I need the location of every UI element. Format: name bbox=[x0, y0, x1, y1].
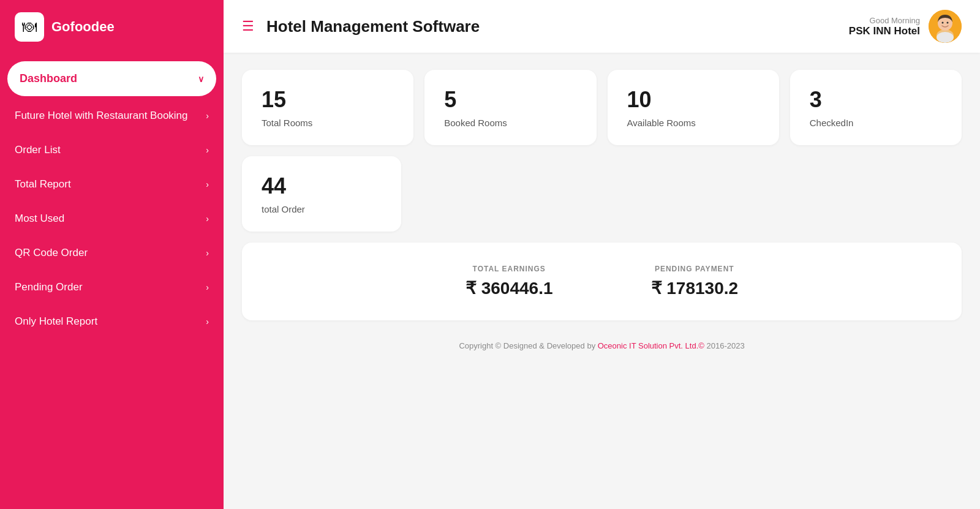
svg-point-5 bbox=[947, 22, 949, 24]
stat-number: 5 bbox=[444, 87, 576, 113]
stat-card-booked-rooms: 5 Booked Rooms bbox=[424, 70, 596, 145]
stat-number: 10 bbox=[627, 87, 760, 113]
logo-icon: 🍽 bbox=[15, 12, 44, 42]
sidebar-item-label: Dashboard bbox=[20, 72, 77, 85]
sidebar-item-label: Total Report bbox=[15, 178, 71, 190]
chevron-right-icon: › bbox=[206, 111, 209, 121]
header-user: Good Morning PSK INN Hotel bbox=[849, 10, 962, 43]
sidebar-item-label: Pending Order bbox=[15, 281, 83, 293]
stat-number: 3 bbox=[810, 87, 942, 113]
menu-icon[interactable]: ☰ bbox=[242, 20, 254, 33]
chevron-right-icon: › bbox=[206, 282, 209, 292]
stat-label: Available Rooms bbox=[627, 118, 760, 128]
sidebar-item-order-list[interactable]: Order List › bbox=[0, 133, 224, 167]
sidebar-item-most-used[interactable]: Most Used › bbox=[0, 202, 224, 236]
stat-label: Booked Rooms bbox=[444, 118, 576, 128]
logo-text: Gofoodee bbox=[51, 19, 115, 35]
sidebar-item-qr-code-order[interactable]: QR Code Order › bbox=[0, 236, 224, 270]
greeting-text: Good Morning bbox=[849, 16, 920, 25]
total-earnings-label: TOTAL EARNINGS bbox=[466, 265, 553, 273]
sidebar: 🍽 Gofoodee Dashboard ∨ Future Hotel with… bbox=[0, 0, 224, 509]
header: ☰ Hotel Management Software Good Morning… bbox=[224, 0, 980, 53]
sidebar-logo: 🍽 Gofoodee bbox=[0, 0, 224, 54]
total-earnings-block: TOTAL EARNINGS ₹ 360446.1 bbox=[466, 265, 553, 298]
main-content: ☰ Hotel Management Software Good Morning… bbox=[224, 0, 980, 509]
avatar[interactable] bbox=[929, 10, 962, 43]
stat-card-checkedin: 3 CheckedIn bbox=[790, 70, 962, 145]
sidebar-item-total-report[interactable]: Total Report › bbox=[0, 167, 224, 202]
stat-label: Total Rooms bbox=[262, 118, 394, 128]
chevron-right-icon: › bbox=[206, 248, 209, 258]
chevron-right-icon: › bbox=[206, 214, 209, 224]
stat-label: CheckedIn bbox=[810, 118, 942, 128]
sidebar-item-label: Only Hotel Report bbox=[15, 315, 97, 328]
chevron-down-icon: ∨ bbox=[198, 74, 204, 84]
svg-point-4 bbox=[942, 22, 944, 24]
sidebar-nav: Dashboard ∨ Future Hotel with Restaurant… bbox=[0, 54, 224, 509]
dashboard-content: 15 Total Rooms 5 Booked Rooms 10 Availab… bbox=[224, 53, 980, 509]
footer: Copyright © Designed & Developed by Oceo… bbox=[242, 331, 962, 355]
stat-card-total-order: 44 total Order bbox=[242, 156, 401, 232]
pending-payment-block: PENDING PAYMENT ₹ 178130.2 bbox=[651, 265, 739, 298]
sidebar-item-label: Order List bbox=[15, 144, 61, 156]
total-earnings-value: ₹ 360446.1 bbox=[466, 278, 553, 298]
sidebar-item-label: QR Code Order bbox=[15, 247, 88, 259]
stats-row: 15 Total Rooms 5 Booked Rooms 10 Availab… bbox=[242, 70, 962, 145]
stat-card-total-rooms: 15 Total Rooms bbox=[242, 70, 413, 145]
stat-number: 44 bbox=[262, 173, 382, 199]
footer-link[interactable]: Oceonic IT Solution Pvt. Ltd.© bbox=[598, 341, 704, 350]
chevron-right-icon: › bbox=[206, 179, 209, 189]
order-stat-row: 44 total Order bbox=[242, 156, 962, 232]
stat-number: 15 bbox=[262, 87, 394, 113]
footer-text: Copyright © Designed & Developed by bbox=[459, 341, 597, 350]
svg-point-2 bbox=[937, 32, 954, 43]
pending-payment-label: PENDING PAYMENT bbox=[651, 265, 739, 273]
pending-payment-value: ₹ 178130.2 bbox=[651, 278, 739, 298]
sidebar-item-pending-order[interactable]: Pending Order › bbox=[0, 270, 224, 304]
header-greeting: Good Morning PSK INN Hotel bbox=[849, 16, 920, 37]
sidebar-item-future-hotel[interactable]: Future Hotel with Restaurant Booking › bbox=[0, 99, 224, 133]
page-title: Hotel Management Software bbox=[266, 17, 849, 36]
chevron-right-icon: › bbox=[206, 317, 209, 326]
sidebar-item-only-hotel-report[interactable]: Only Hotel Report › bbox=[0, 304, 224, 339]
hotel-name: PSK INN Hotel bbox=[849, 25, 920, 37]
sidebar-item-label: Most Used bbox=[15, 213, 64, 225]
sidebar-item-label: Future Hotel with Restaurant Booking bbox=[15, 110, 188, 122]
footer-year: 2016-2023 bbox=[704, 341, 745, 350]
chevron-right-icon: › bbox=[206, 145, 209, 155]
stat-card-available-rooms: 10 Available Rooms bbox=[608, 70, 779, 145]
stat-label: total Order bbox=[262, 204, 382, 214]
sidebar-item-dashboard[interactable]: Dashboard ∨ bbox=[7, 61, 216, 96]
earnings-card: TOTAL EARNINGS ₹ 360446.1 PENDING PAYMEN… bbox=[242, 243, 962, 320]
